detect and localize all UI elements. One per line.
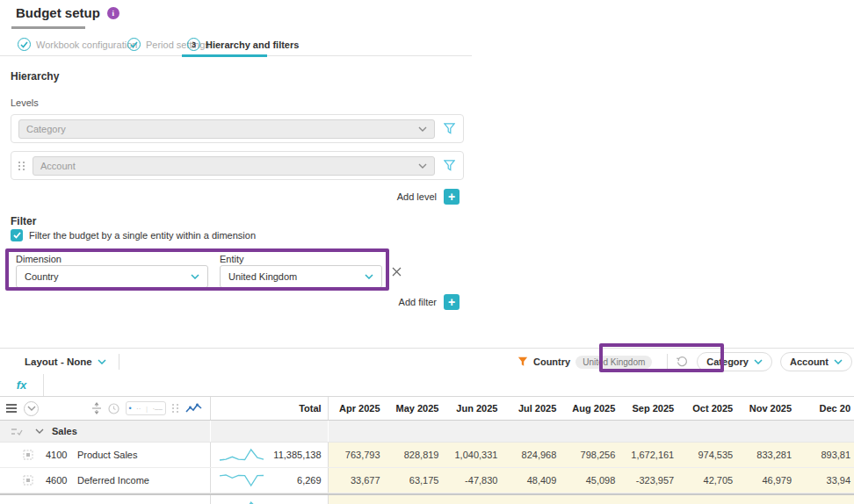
precision-control[interactable]: •··|·–– — [126, 401, 166, 415]
month-cell[interactable]: 33,677 — [329, 468, 387, 493]
cell-value: -323,957 — [636, 475, 674, 486]
cell-value: 974,535 — [698, 450, 733, 460]
month-cell[interactable]: 798,256 — [563, 443, 622, 467]
country-filter-chip[interactable]: Country United Kingdom — [512, 356, 657, 369]
menu-icon[interactable] — [6, 404, 17, 413]
info-icon[interactable]: i — [107, 7, 119, 19]
row-name-cell[interactable]: 4600 Deferred Income — [0, 468, 211, 493]
row-name-cell[interactable]: 4100 Product Sales — [0, 443, 211, 467]
sparkline — [218, 448, 267, 464]
distribute-button[interactable] — [91, 402, 102, 414]
month-cell[interactable]: 893,81 — [799, 443, 854, 467]
month-cell[interactable]: 843,354 — [563, 495, 622, 504]
month-cell[interactable]: 824,968 — [504, 443, 563, 467]
table-row-4100: 4100 Product Sales 11,385,138 763,793 82… — [0, 443, 854, 468]
column-header[interactable]: Jun 2025 — [445, 397, 504, 420]
toolbar-right-cluster: Country United Kingdom Category Account — [512, 349, 852, 374]
drag-handle-icon[interactable] — [18, 162, 25, 170]
month-cell[interactable]: 45,098 — [563, 468, 622, 493]
level-select-account[interactable]: Account — [33, 156, 435, 176]
month-cell[interactable]: 1,040,331 — [445, 443, 504, 467]
month-cell[interactable]: 33,94 — [799, 468, 854, 493]
month-cell[interactable]: 974,535 — [681, 443, 740, 467]
category-dropdown[interactable]: Category — [697, 352, 772, 371]
month-cell[interactable]: 873,376 — [504, 495, 563, 504]
level-filter-button[interactable] — [442, 159, 456, 173]
total-cell[interactable]: 11,385,138 — [211, 443, 329, 467]
month-cell[interactable]: 992,501 — [446, 495, 505, 504]
total-cell[interactable]: 6,269 — [211, 468, 329, 493]
step-hierarchy-and-filters[interactable]: 3 Hierarchy and filters — [187, 38, 299, 51]
sparkline — [218, 473, 267, 489]
month-cell[interactable]: 927,75 — [799, 495, 854, 504]
collapse-icon[interactable] — [35, 428, 44, 434]
column-header[interactable]: Jul 2025 — [504, 397, 563, 420]
sparkline-toggle-button[interactable] — [185, 403, 203, 414]
total-cell[interactable]: 11,391,407 — [211, 495, 329, 504]
step-workbook-configuration[interactable]: Workbook configuration — [18, 38, 137, 51]
account-dropdown[interactable]: Account — [780, 352, 852, 371]
history-button[interactable] — [676, 356, 689, 369]
group-cell[interactable] — [681, 421, 740, 442]
expand-all-button[interactable] — [24, 401, 39, 416]
month-cell[interactable]: -323,957 — [622, 468, 681, 493]
remove-filter-button[interactable] — [392, 267, 402, 277]
month-cell[interactable]: 1,672,161 — [622, 443, 681, 467]
column-header[interactable]: May 2025 — [387, 397, 446, 420]
check-icon — [18, 38, 31, 51]
layout-dropdown-label: Layout - None — [25, 356, 92, 367]
group-cell[interactable] — [622, 421, 681, 442]
column-header[interactable]: Sep 2025 — [622, 397, 681, 420]
chevron-down-icon — [418, 126, 427, 132]
month-cell[interactable]: 828,819 — [387, 443, 446, 467]
formula-input[interactable] — [44, 374, 854, 396]
clock-button[interactable] — [108, 403, 119, 414]
group-total-cell[interactable] — [211, 421, 329, 442]
column-header-total[interactable]: Total — [211, 397, 329, 420]
month-cell[interactable]: 42,705 — [681, 468, 740, 493]
single-entity-checkbox[interactable] — [11, 229, 23, 241]
group-cell[interactable] — [387, 421, 446, 442]
dimension-select[interactable]: Country — [16, 265, 208, 288]
cell-value: 824,968 — [522, 450, 557, 460]
month-cell[interactable]: 891,994 — [387, 495, 446, 504]
group-cell[interactable] — [445, 421, 504, 442]
entity-select[interactable]: United Kingdom — [220, 265, 382, 288]
level-select-category[interactable]: Category — [18, 119, 435, 139]
column-header[interactable]: Nov 2025 — [740, 397, 799, 420]
month-cell[interactable]: -47,830 — [445, 468, 504, 493]
group-cell[interactable] — [799, 421, 854, 442]
month-cell[interactable]: 763,793 — [329, 443, 387, 467]
entity-select-value: United Kingdom — [228, 271, 297, 282]
column-header[interactable]: Dec 20 — [799, 397, 854, 420]
grip-icon[interactable] — [172, 404, 179, 413]
column-header[interactable]: Apr 2025 — [329, 397, 387, 420]
level-row-account: Account — [11, 151, 464, 180]
column-header[interactable]: Oct 2025 — [681, 397, 740, 420]
month-cell[interactable]: 63,175 — [387, 468, 446, 493]
month-cell[interactable]: 797,469 — [329, 495, 387, 504]
group-cell[interactable] — [329, 421, 387, 442]
column-header[interactable]: Aug 2025 — [563, 397, 622, 420]
month-cell[interactable]: 1,348,204 — [622, 495, 681, 504]
month-cell[interactable]: 46,979 — [740, 468, 799, 493]
month-cell[interactable]: 833,281 — [740, 443, 799, 467]
group-cell[interactable] — [740, 421, 799, 442]
group-row-sales[interactable]: Sales — [0, 421, 854, 443]
month-cell[interactable]: 48,409 — [504, 468, 563, 493]
check-icon — [127, 38, 141, 51]
cell-value: 48,409 — [527, 475, 557, 486]
group-cell[interactable] — [563, 421, 622, 442]
add-filter-button[interactable]: + — [444, 294, 460, 310]
row-name-cell[interactable]: Total Sales — [0, 495, 211, 504]
level-filter-button[interactable] — [442, 122, 456, 136]
filter-chip-entity: United Kingdom — [575, 356, 652, 369]
month-cell[interactable]: 880,260 — [740, 495, 799, 504]
month-cell[interactable]: 1,017,240 — [681, 495, 740, 504]
add-level-button[interactable]: + — [444, 189, 460, 205]
group-cell[interactable] — [504, 421, 563, 442]
single-entity-checkbox-label: Filter the budget by a single entity wit… — [29, 230, 256, 241]
layout-dropdown[interactable]: Layout - None — [25, 356, 106, 367]
chevron-down-icon — [191, 274, 199, 279]
cell-value: 1,040,331 — [454, 450, 497, 460]
